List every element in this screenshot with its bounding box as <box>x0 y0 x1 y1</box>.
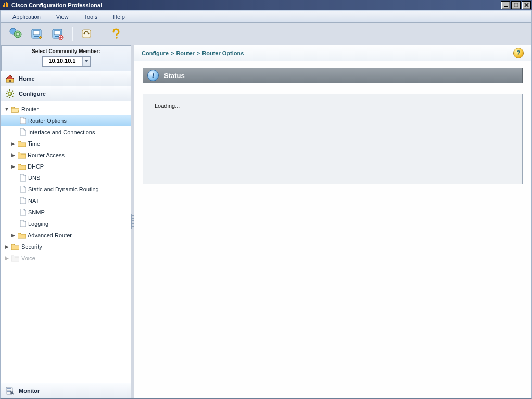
nav-configure[interactable]: Configure <box>1 86 131 101</box>
svg-rect-10 <box>34 36 39 37</box>
tree-dns[interactable]: DNS <box>1 172 131 184</box>
folder-icon <box>11 255 19 262</box>
tree-snmp-label: SNMP <box>28 209 45 215</box>
page-icon <box>20 209 26 216</box>
svg-point-17 <box>88 33 89 34</box>
menu-application[interactable]: Application <box>12 14 41 20</box>
svg-rect-19 <box>9 80 11 82</box>
expand-toggle-icon[interactable]: ▶ <box>10 233 16 238</box>
home-icon <box>5 74 15 83</box>
tree-static-dynamic-routing[interactable]: Static and Dynamic Routing <box>1 184 131 195</box>
folder-icon <box>11 243 19 250</box>
breadcrumb-part-3[interactable]: Router Options <box>202 50 244 56</box>
tree-security-label: Security <box>21 243 42 250</box>
breadcrumb-separator: > <box>197 50 200 56</box>
page-icon <box>20 128 26 136</box>
tree-router-options[interactable]: Router Options <box>1 115 131 126</box>
svg-rect-23 <box>7 388 11 389</box>
tree-dns-label: DNS <box>28 175 40 181</box>
left-column: Select Community Member: 10.10.10.1 <box>1 45 131 398</box>
minimize-button[interactable] <box>501 1 510 9</box>
menu-help[interactable]: Help <box>113 14 125 20</box>
folder-icon <box>18 232 26 239</box>
folder-open-icon <box>11 106 19 113</box>
tree-time[interactable]: ▶ Time <box>1 138 131 149</box>
toolbar-help-button[interactable] <box>106 25 125 43</box>
loading-text: Loading... <box>155 102 180 109</box>
toolbar-btn-1[interactable] <box>6 25 25 43</box>
expand-toggle-icon[interactable]: ▶ <box>10 141 16 146</box>
page-icon <box>20 117 26 124</box>
tree-router-label: Router <box>21 106 39 112</box>
page-icon <box>20 220 26 227</box>
context-help-icon[interactable]: ? <box>513 48 524 58</box>
svg-point-21 <box>9 93 11 95</box>
folder-icon <box>18 152 26 159</box>
toolbar-btn-2[interactable] <box>27 25 46 43</box>
nav-configure-label: Configure <box>19 91 46 97</box>
svg-rect-0 <box>3 5 4 7</box>
menu-tools[interactable]: Tools <box>84 14 97 20</box>
menubar: Application View Tools Help <box>1 11 531 23</box>
toolbar-btn-3[interactable] <box>48 25 67 43</box>
breadcrumb-part-2[interactable]: Router <box>176 50 194 56</box>
community-selector-panel: Select Community Member: 10.10.10.1 <box>1 45 131 71</box>
expand-toggle-icon[interactable]: ▼ <box>4 107 9 112</box>
toolbar-btn-4[interactable] <box>77 25 96 43</box>
community-label: Select Community Member: <box>2 48 131 54</box>
tree-voice[interactable]: ▶ Voice <box>1 252 131 264</box>
breadcrumb-part-1[interactable]: Configure <box>142 50 169 56</box>
status-panel-header: i Status <box>143 68 523 83</box>
page-icon <box>20 174 26 182</box>
tree-snmp[interactable]: SNMP <box>1 207 131 218</box>
svg-rect-24 <box>7 390 11 391</box>
tree-router-access-label: Router Access <box>28 152 65 158</box>
toolbar-separator-1 <box>71 27 73 41</box>
tree-dhcp-label: DHCP <box>28 163 44 170</box>
folder-icon <box>18 163 26 170</box>
close-button[interactable] <box>522 1 531 9</box>
nav-tree: ▼ Router Router Options Int <box>1 101 131 383</box>
svg-rect-5 <box>514 3 518 7</box>
svg-rect-1 <box>4 3 5 7</box>
window-controls <box>501 1 531 9</box>
tree-advanced-router-label: Advanced Router <box>28 232 72 238</box>
tree-time-label: Time <box>28 140 40 147</box>
community-selected-value: 10.10.10.1 <box>43 57 83 66</box>
maximize-button[interactable] <box>511 1 521 9</box>
expand-toggle-icon: ▶ <box>4 255 9 261</box>
toolbar-separator-2 <box>100 27 102 41</box>
svg-rect-2 <box>6 2 7 7</box>
expand-toggle-icon[interactable]: ▶ <box>10 152 16 158</box>
tree-sdr-label: Static and Dynamic Routing <box>28 186 99 192</box>
nav-monitor-label: Monitor <box>19 388 40 394</box>
gear-icon <box>5 89 15 98</box>
expand-toggle-icon[interactable]: ▶ <box>4 244 9 249</box>
tree-advanced-router[interactable]: ▶ Advanced Router <box>1 229 131 241</box>
app-icon <box>2 2 9 9</box>
window-titlebar: Cisco Configuration Professional <box>0 0 532 10</box>
tree-router[interactable]: ▼ Router <box>1 104 131 115</box>
nav-monitor[interactable]: Monitor <box>1 383 131 398</box>
tree-router-access[interactable]: ▶ Router Access <box>1 149 131 161</box>
tree-dhcp[interactable]: ▶ DHCP <box>1 161 131 172</box>
svg-rect-9 <box>33 31 40 35</box>
nav-home[interactable]: Home <box>1 71 131 86</box>
expand-toggle-icon[interactable]: ▶ <box>10 164 16 169</box>
tree-interface-connections[interactable]: Interface and Connections <box>1 126 131 138</box>
svg-rect-3 <box>7 3 8 7</box>
tree-nat-label: NAT <box>28 198 39 204</box>
folder-icon <box>18 140 26 147</box>
tree-router-options-label: Router Options <box>28 118 67 124</box>
info-icon: i <box>147 70 159 81</box>
main-panel: Configure > Router > Router Options ? i … <box>134 45 531 398</box>
tree-nat[interactable]: NAT <box>1 195 131 207</box>
tree-logging[interactable]: Logging <box>1 218 131 229</box>
svg-rect-4 <box>504 6 508 7</box>
monitor-icon <box>5 386 15 395</box>
tree-security[interactable]: ▶ Security <box>1 241 131 252</box>
svg-point-16 <box>84 33 85 34</box>
community-select[interactable]: 10.10.10.1 <box>42 56 91 67</box>
tree-voice-label: Voice <box>21 255 35 261</box>
menu-view[interactable]: View <box>56 14 69 20</box>
